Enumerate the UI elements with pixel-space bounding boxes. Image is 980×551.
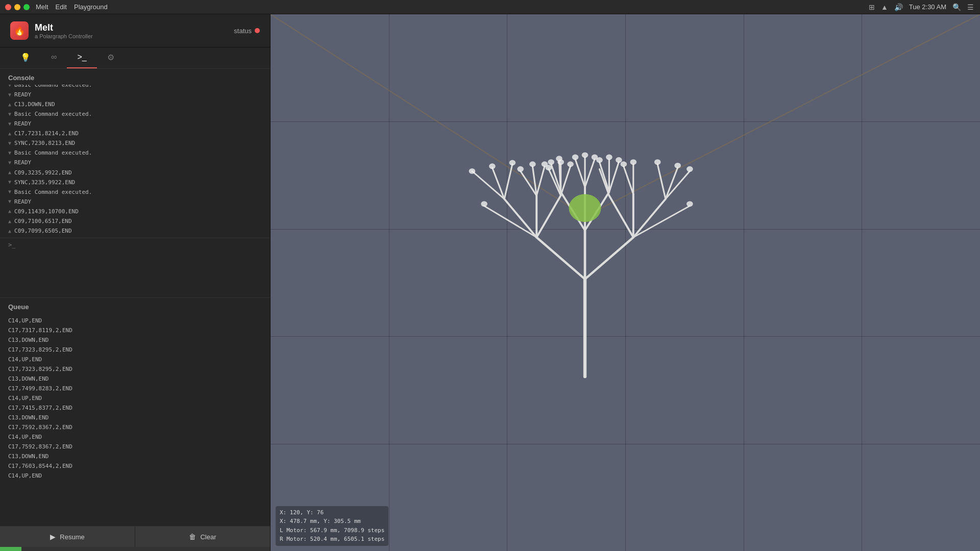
search-icon[interactable]: 🔍 — [952, 3, 961, 11]
console-line: ▲C09,3235,9922,END — [0, 168, 270, 178]
svg-line-22 — [657, 164, 666, 199]
queue-output[interactable]: C14,UP,ENDC17,7317,8119,2,ENDC13,DOWN,EN… — [0, 314, 270, 527]
progress-bar — [0, 547, 270, 551]
close-button[interactable] — [5, 4, 11, 10]
console-line: ▼READY — [0, 119, 270, 129]
svg-line-12 — [609, 195, 633, 237]
svg-line-6 — [504, 199, 536, 237]
queue-line: C17,7317,8119,2,END — [0, 325, 270, 335]
svg-line-20 — [666, 171, 690, 199]
fullscreen-button[interactable] — [23, 4, 30, 10]
svg-point-58 — [630, 159, 636, 165]
bottom-buttons: ▶ Resume 🗑 Clear — [0, 526, 270, 547]
status-label: status — [234, 27, 252, 35]
svg-line-33 — [585, 159, 595, 187]
svg-line-28 — [561, 166, 571, 195]
svg-point-49 — [557, 159, 564, 165]
tab-console[interactable]: >_ — [67, 47, 96, 68]
tab-link[interactable]: ∞ — [41, 47, 67, 68]
queue-line: C17,7415,8377,2,END — [0, 403, 270, 413]
coord-mm: X: 478.7 mm, Y: 305.5 mm — [280, 517, 384, 526]
title-bar: Melt Edit Playground ⊞ ▲ 🔊 Tue 2:30 AM 🔍… — [0, 0, 980, 14]
tab-bulb[interactable]: 💡 — [10, 47, 41, 68]
svg-point-47 — [548, 159, 554, 165]
menu-edit[interactable]: Edit — [56, 3, 67, 11]
console-arrow: ▲ — [8, 207, 11, 215]
svg-point-61 — [687, 166, 693, 172]
queue-line: C17,7323,8295,2,END — [0, 345, 270, 355]
svg-point-40 — [469, 168, 476, 174]
svg-point-46 — [546, 165, 552, 170]
console-text: READY — [14, 90, 31, 99]
svg-point-43 — [517, 166, 524, 172]
console-output[interactable]: ▼C17,7228,8038,2,END▼SYNC,7228,8038,END▼… — [0, 85, 270, 238]
console-text: Basic Command executed. — [14, 110, 92, 118]
control-center-icon[interactable]: ☰ — [967, 3, 974, 11]
console-text: C09,7100,6517,END — [14, 217, 72, 226]
console-text: READY — [14, 119, 31, 128]
console-arrow: ▲ — [8, 227, 11, 235]
tab-settings[interactable]: ⚙ — [97, 47, 125, 68]
svg-point-50 — [567, 161, 574, 167]
queue-line: C14,UP,END — [0, 432, 270, 442]
app-title-block: Melt a Polargraph Controller — [35, 22, 93, 39]
console-section: Console ▼C17,7228,8038,2,END▼SYNC,7228,8… — [0, 69, 270, 297]
svg-point-64 — [569, 194, 601, 222]
svg-line-19 — [633, 206, 690, 237]
console-input[interactable] — [18, 241, 262, 248]
svg-point-63 — [687, 201, 693, 207]
app-logo: 🔥 — [10, 21, 29, 40]
console-line: ▲C09,11439,10700,END — [0, 207, 270, 216]
svg-line-1 — [585, 14, 980, 216]
console-text: C09,3235,9922,END — [14, 168, 72, 177]
queue-line: C17,7603,8544,2,END — [0, 461, 270, 471]
queue-section: Queue C14,UP,ENDC17,7317,8119,2,ENDC13,D… — [0, 298, 270, 527]
canvas-status: X: 120, Y: 76 X: 478.7 mm, Y: 305.5 mm L… — [276, 506, 388, 546]
svg-line-15 — [484, 206, 537, 237]
console-line: ▲C13,DOWN,END — [0, 99, 270, 109]
console-arrow: ▲ — [8, 101, 11, 109]
queue-line: C17,7592,8367,2,END — [0, 422, 270, 432]
svg-point-57 — [621, 161, 627, 167]
console-arrow: ▼ — [8, 139, 11, 147]
progress-fill — [0, 547, 21, 551]
console-text: SYNC,3235,9922,END — [14, 178, 75, 187]
console-text: C17,7231,8214,2,END — [14, 129, 79, 138]
queue-line: C17,7592,8367,2,END — [0, 442, 270, 452]
console-arrow: ▼ — [8, 85, 11, 89]
minimize-button[interactable] — [14, 4, 20, 10]
console-input-row: >_ — [0, 238, 270, 252]
svg-line-34 — [599, 162, 609, 192]
svg-line-25 — [536, 166, 545, 195]
coord-xy: X: 120, Y: 76 — [280, 508, 384, 517]
clear-button[interactable]: 🗑 Clear — [135, 527, 270, 547]
console-arrow: ▼ — [8, 120, 11, 128]
left-panel: 🔥 Melt a Polargraph Controller status 💡 … — [0, 14, 271, 551]
cast-icon: ⊞ — [869, 3, 875, 11]
app-subtitle: a Polargraph Controller — [35, 33, 93, 39]
play-icon: ▶ — [50, 533, 56, 541]
console-line: ▼SYNC,7230,8213,END — [0, 138, 270, 148]
svg-line-0 — [271, 14, 585, 216]
console-text: C09,11439,10700,END — [14, 207, 79, 216]
canvas-area: X: 120, Y: 76 X: 478.7 mm, Y: 305.5 mm L… — [271, 14, 980, 551]
svg-point-54 — [596, 157, 603, 163]
console-arrow: ▼ — [8, 197, 11, 206]
svg-line-18 — [504, 164, 512, 199]
svg-point-44 — [529, 161, 536, 167]
console-line: ▼Basic Command executed. — [0, 85, 270, 90]
console-arrow: ▼ — [8, 159, 11, 167]
clear-label: Clear — [200, 533, 216, 541]
svg-point-51 — [572, 155, 579, 160]
console-arrow: ▼ — [8, 188, 11, 196]
queue-line: C13,DOWN,END — [0, 335, 270, 345]
console-text: Basic Command executed. — [14, 148, 92, 157]
menu-bar: Melt Edit Playground — [36, 3, 108, 11]
menu-playground[interactable]: Playground — [74, 3, 108, 11]
svg-line-3 — [536, 237, 585, 279]
menu-melt[interactable]: Melt — [36, 3, 48, 11]
queue-line: C14,UP,END — [0, 316, 270, 325]
svg-point-62 — [481, 201, 487, 207]
resume-button[interactable]: ▶ Resume — [0, 527, 135, 547]
app-header: 🔥 Melt a Polargraph Controller status — [0, 14, 270, 47]
